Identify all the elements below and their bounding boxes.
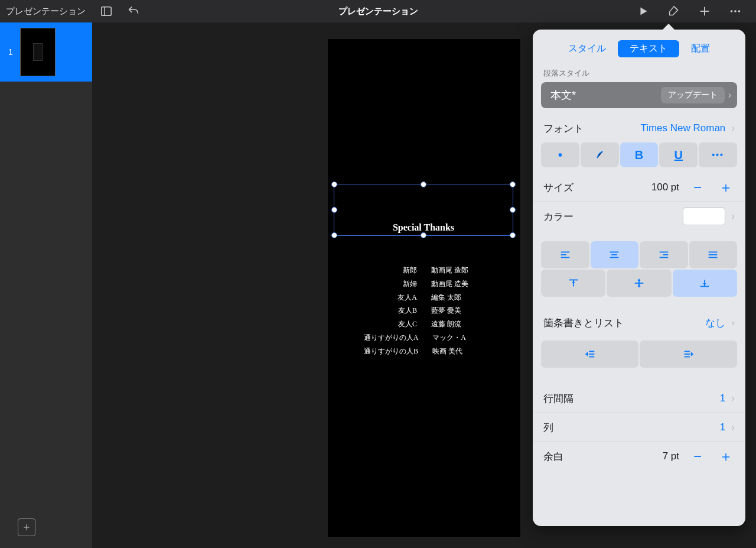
brush-icon[interactable]	[667, 5, 680, 18]
bullets-row[interactable]: 箇条書きとリスト なし ›	[533, 309, 745, 337]
valign-middle-button[interactable]	[607, 270, 671, 297]
valign-bottom-button[interactable]	[673, 270, 737, 297]
tab-arrange[interactable]: 配置	[679, 40, 722, 57]
tab-text[interactable]: テキスト	[618, 40, 679, 57]
credit-row: 通りすがりの人Aマック・A	[328, 331, 520, 345]
margin-increase-button[interactable]: ＋	[717, 447, 735, 466]
slide-navigator: 1	[0, 22, 92, 548]
chevron-right-icon: ›	[731, 393, 735, 404]
svg-marker-38	[690, 352, 693, 356]
columns-row[interactable]: 列 1 ›	[533, 413, 745, 442]
add-icon[interactable]	[698, 5, 711, 18]
svg-rect-0	[102, 7, 112, 16]
valign-top-button[interactable]	[541, 270, 605, 297]
credit-row: 通りすがりの人B映画 美代	[328, 345, 520, 358]
font-label: フォント	[543, 122, 584, 135]
resize-handle[interactable]	[510, 181, 516, 187]
color-row[interactable]: カラー ›	[533, 202, 745, 231]
bullets-value: なし	[705, 316, 725, 330]
selected-text[interactable]: Special Thanks	[334, 222, 513, 233]
size-decrease-button[interactable]: −	[689, 179, 706, 196]
horizontal-align-row	[533, 241, 745, 270]
paragraph-style-select[interactable]: 本文* アップデート ›	[541, 82, 737, 108]
margin-label: 余白	[543, 450, 563, 463]
svg-point-5	[734, 10, 737, 12]
align-right-button[interactable]	[640, 241, 688, 268]
resize-handle[interactable]	[421, 181, 426, 187]
resize-handle[interactable]	[510, 232, 516, 238]
indent-row	[533, 337, 745, 374]
linespacing-label: 行間隔	[543, 392, 573, 406]
margin-decrease-button[interactable]: −	[689, 448, 706, 465]
svg-point-6	[738, 10, 741, 12]
credit-row: 新郎動画尾 造郎	[328, 264, 520, 277]
bullet-style-button[interactable]: •	[541, 142, 579, 167]
update-style-button[interactable]: アップデート	[661, 87, 725, 103]
text-selection-box[interactable]: Special Thanks	[334, 184, 513, 236]
italic-button[interactable]	[581, 142, 619, 167]
add-slide-button[interactable]	[18, 518, 35, 536]
credit-row: 友人B藍夢 憂美	[328, 304, 520, 317]
svg-marker-27	[637, 284, 641, 287]
credit-row: 友人C遠藤 朗流	[328, 317, 520, 331]
svg-marker-23	[572, 281, 575, 283]
slide-number: 1	[8, 47, 13, 57]
svg-marker-26	[637, 280, 641, 283]
chevron-right-icon: ›	[731, 421, 735, 433]
resize-handle[interactable]	[331, 232, 337, 238]
chevron-right-icon: ›	[728, 90, 731, 100]
more-style-button[interactable]: •••	[699, 142, 737, 167]
resize-handle[interactable]	[331, 207, 337, 213]
color-label: カラー	[543, 210, 573, 223]
font-value: Times New Roman	[640, 122, 725, 134]
chevron-right-icon: ›	[731, 317, 735, 329]
slide-thumbnail-1[interactable]: 1	[0, 22, 92, 82]
panels-icon[interactable]	[100, 5, 113, 18]
align-left-button[interactable]	[541, 241, 589, 268]
more-icon[interactable]	[729, 5, 742, 18]
linespacing-value: 1	[720, 393, 725, 404]
play-icon[interactable]	[637, 5, 650, 18]
chevron-right-icon: ›	[731, 210, 735, 222]
credit-row: 新婦動画尾 造美	[328, 277, 520, 291]
paragraph-style-name: 本文*	[550, 88, 576, 102]
resize-handle[interactable]	[331, 181, 337, 187]
bullets-label: 箇条書きとリスト	[543, 316, 624, 330]
font-row[interactable]: フォント Times New Roman ›	[533, 114, 745, 142]
size-increase-button[interactable]: ＋	[717, 178, 735, 197]
undo-icon[interactable]	[127, 5, 140, 18]
svg-marker-34	[585, 352, 588, 356]
toolbar: プレゼンテーション プレゼンテーション	[0, 0, 756, 22]
format-popover: スタイル テキスト 配置 段落スタイル 本文* アップデート › フォント Ti…	[533, 30, 745, 526]
align-justify-button[interactable]	[689, 241, 738, 268]
margin-value: 7 pt	[663, 450, 679, 462]
indent-button[interactable]	[640, 341, 737, 368]
margin-row: 余白 7 pt − ＋	[533, 442, 745, 471]
chevron-right-icon: ›	[731, 122, 735, 134]
svg-marker-30	[703, 283, 707, 286]
slide[interactable]: Special Thanks 新郎動画尾 造郎新婦動画尾 造美友人A編集 太郎友…	[328, 39, 520, 537]
resize-handle[interactable]	[421, 232, 426, 238]
format-tabs: スタイル テキスト 配置	[533, 30, 745, 63]
align-center-button[interactable]	[591, 241, 639, 268]
back-button[interactable]: プレゼンテーション	[6, 6, 86, 17]
vertical-align-row	[533, 270, 745, 298]
bold-button[interactable]: B	[620, 142, 659, 167]
credit-row: 友人A編集 太郎	[328, 291, 520, 304]
outdent-button[interactable]	[541, 341, 638, 368]
resize-handle[interactable]	[510, 207, 516, 213]
style-buttons: • B U •••	[533, 142, 745, 173]
paragraph-style-label: 段落スタイル	[533, 63, 745, 82]
svg-point-4	[731, 10, 733, 12]
linespacing-row[interactable]: 行間隔 1 ›	[533, 384, 745, 413]
columns-label: 列	[543, 421, 553, 434]
size-label: サイズ	[543, 181, 573, 194]
columns-value: 1	[720, 421, 725, 433]
tab-style[interactable]: スタイル	[556, 40, 618, 57]
text-color-swatch[interactable]	[683, 207, 725, 225]
credits-text[interactable]: 新郎動画尾 造郎新婦動画尾 造美友人A編集 太郎友人B藍夢 憂美友人C遠藤 朗流…	[328, 264, 520, 358]
underline-button[interactable]: U	[659, 142, 698, 167]
size-value: 100 pt	[651, 181, 679, 193]
size-row: サイズ 100 pt − ＋	[533, 173, 745, 202]
